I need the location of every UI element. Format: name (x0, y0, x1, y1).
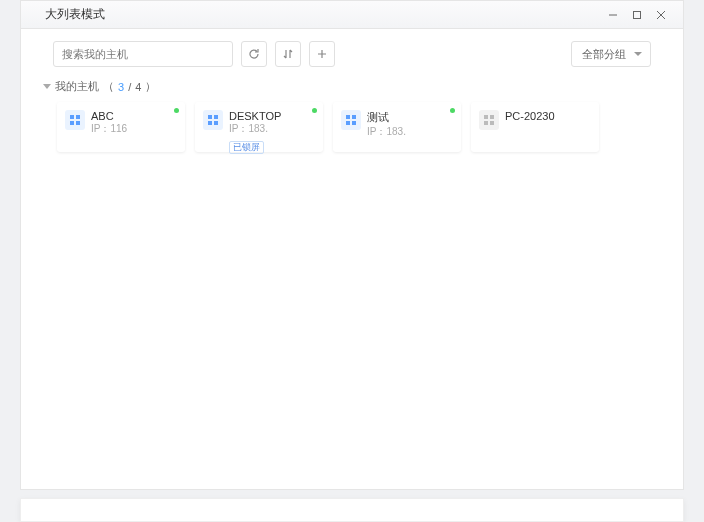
host-card[interactable]: PC-20230 (471, 102, 599, 152)
host-icon (341, 110, 361, 130)
host-name: PC-20230 (505, 110, 591, 122)
host-icon (479, 110, 499, 130)
close-button[interactable] (649, 5, 673, 25)
dropdown-label: 全部分组 (582, 47, 626, 62)
svg-rect-10 (208, 121, 212, 125)
group-header[interactable]: 我的主机 （3/4） (21, 79, 683, 102)
host-card[interactable]: DESKTOP IP：183. 已锁屏 (195, 102, 323, 152)
host-name: DESKTOP (229, 110, 315, 122)
status-online-icon (312, 108, 317, 113)
svg-rect-4 (70, 115, 74, 119)
svg-rect-11 (214, 121, 218, 125)
total-count: 4 (135, 81, 141, 93)
svg-rect-14 (346, 121, 350, 125)
svg-rect-17 (490, 115, 494, 119)
host-ip: IP：183. (229, 122, 315, 136)
status-online-icon (450, 108, 455, 113)
svg-rect-5 (76, 115, 80, 119)
search-input[interactable] (53, 41, 233, 67)
status-badge: 已锁屏 (229, 141, 264, 154)
footer-panel (20, 498, 684, 522)
host-ip: IP：183. (367, 125, 453, 139)
toolbar: 全部分组 (21, 29, 683, 79)
host-card[interactable]: ABC IP：116 (57, 102, 185, 152)
group-filter-dropdown[interactable]: 全部分组 (571, 41, 651, 67)
online-count: 3 (118, 81, 124, 93)
svg-rect-12 (346, 115, 350, 119)
svg-rect-16 (484, 115, 488, 119)
host-card[interactable]: 测试 IP：183. (333, 102, 461, 152)
hosts-grid: ABC IP：116 DESKTOP IP：183. 已锁屏 测试 IP：183… (21, 102, 683, 152)
host-icon (203, 110, 223, 130)
maximize-button[interactable] (625, 5, 649, 25)
refresh-icon (248, 48, 260, 60)
svg-rect-7 (76, 121, 80, 125)
svg-rect-6 (70, 121, 74, 125)
svg-rect-1 (634, 11, 641, 18)
host-ip: IP：116 (91, 122, 177, 136)
titlebar: 大列表模式 (21, 1, 683, 29)
minimize-button[interactable] (601, 5, 625, 25)
chevron-down-icon (43, 84, 51, 89)
svg-rect-18 (484, 121, 488, 125)
window-title: 大列表模式 (45, 6, 105, 23)
host-name: ABC (91, 110, 177, 122)
plus-icon (316, 48, 328, 60)
group-label: 我的主机 (55, 79, 99, 94)
status-online-icon (174, 108, 179, 113)
svg-rect-8 (208, 115, 212, 119)
sort-icon (282, 48, 294, 60)
svg-rect-19 (490, 121, 494, 125)
svg-rect-15 (352, 121, 356, 125)
host-icon (65, 110, 85, 130)
svg-rect-9 (214, 115, 218, 119)
host-name: 测试 (367, 110, 453, 125)
sort-button[interactable] (275, 41, 301, 67)
svg-rect-13 (352, 115, 356, 119)
refresh-button[interactable] (241, 41, 267, 67)
add-button[interactable] (309, 41, 335, 67)
